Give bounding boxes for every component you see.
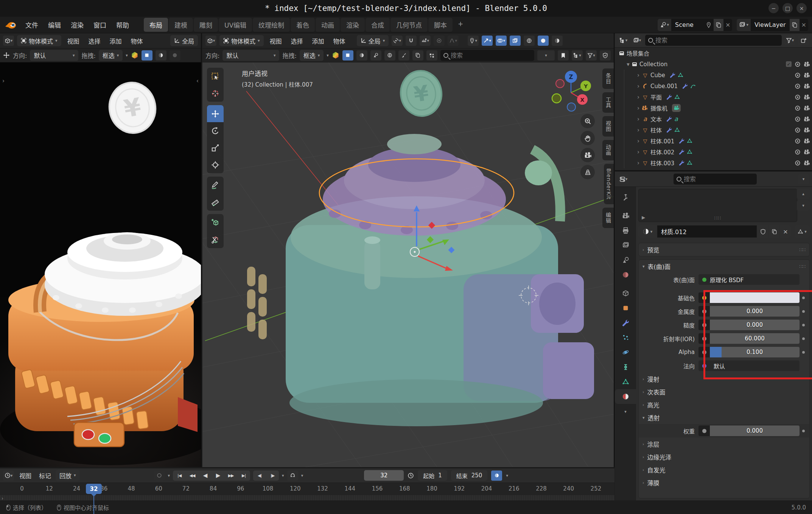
workspace-tab-modeling[interactable]: 建模 <box>169 18 193 32</box>
select-menu[interactable]: 选择 <box>86 35 104 47</box>
viewlayer-copy-button[interactable] <box>790 19 800 31</box>
mesh-data-icon[interactable] <box>687 149 692 155</box>
play-button[interactable]: ▶ <box>212 471 224 481</box>
text-data-icon[interactable]: a <box>674 115 678 123</box>
scale-tool[interactable] <box>207 139 224 156</box>
playhead[interactable]: 32 <box>86 484 102 494</box>
outliner-row-object[interactable]: ›▽ 柱体.003 <box>624 157 812 168</box>
fake-user-shield-button[interactable] <box>758 225 768 238</box>
timeline-playback-menu[interactable]: 回放▾ <box>56 470 80 481</box>
select-menu[interactable]: 选择 <box>288 35 306 47</box>
props-tab-scene[interactable] <box>615 253 636 267</box>
modifier-wrench-icon[interactable] <box>666 116 672 122</box>
props-tab-data[interactable] <box>615 374 636 389</box>
props-tab-collection[interactable] <box>615 286 636 301</box>
hide-viewport-icon[interactable] <box>795 83 801 89</box>
menu-edit[interactable]: 编辑 <box>43 19 66 31</box>
workspace-tab-scripting[interactable]: 脚本 <box>428 18 453 32</box>
proportional-edit-button[interactable] <box>434 36 445 46</box>
sidebar-tab-edit[interactable]: 编辑 <box>602 208 614 228</box>
keying-set-button[interactable] <box>491 471 502 481</box>
jump-to-start-button[interactable]: |◀ <box>173 471 186 481</box>
disable-render-icon[interactable] <box>804 116 810 122</box>
sidebar-tab-item[interactable]: 条目 <box>602 68 614 89</box>
scene-browse-button[interactable]: ▾ <box>658 19 672 31</box>
zoom-button[interactable] <box>580 114 595 128</box>
add-workspace-button[interactable]: + <box>453 18 468 32</box>
outliner-row-scene-collection[interactable]: 场景集合 <box>615 48 812 59</box>
xray-toggle-button[interactable] <box>510 36 521 46</box>
snap-target-button[interactable]: ▾ <box>420 36 431 46</box>
blenderkit-category-nodegroups-button[interactable] <box>412 50 423 61</box>
step-forward-button[interactable]: |▶ <box>266 471 279 481</box>
blenderkit-logo-icon[interactable] <box>131 51 138 59</box>
modifier-wrench-icon[interactable] <box>679 160 684 166</box>
frame-start-field[interactable]: 起始1 <box>418 470 447 481</box>
filter-funnel-button[interactable]: ▾ <box>586 50 597 61</box>
frame-end-field[interactable]: 结束250 <box>451 470 488 481</box>
region-toggle-right-icon[interactable]: ‹ <box>196 78 199 84</box>
drag-dropdown[interactable]: 框选▾ <box>99 50 123 61</box>
disable-render-icon[interactable] <box>804 127 810 133</box>
copy-material-button[interactable] <box>769 225 779 238</box>
orientation-dropdown[interactable]: 全局▾ <box>357 35 389 46</box>
region-toggle-left-icon[interactable]: › <box>2 78 5 84</box>
view-menu[interactable]: 视图 <box>267 35 285 47</box>
outliner-filter-button[interactable]: ▾ <box>784 35 795 45</box>
measure-tool[interactable] <box>207 194 224 211</box>
chevron-down-icon[interactable]: ▾ <box>327 53 329 58</box>
timeline-ruler[interactable]: 012 2436 4860 7284 96108 120132 144156 1… <box>0 483 614 500</box>
socket-icon[interactable] <box>698 292 710 303</box>
editor-type-button[interactable]: ▾ <box>205 36 216 46</box>
current-frame-field[interactable]: 32 <box>364 470 404 481</box>
props-tab-particles[interactable] <box>615 330 636 345</box>
pan-hand-button[interactable] <box>580 131 595 145</box>
outliner-row-object[interactable]: ›a 文本 a <box>624 113 812 124</box>
blenderkit-category-scenes-button[interactable] <box>370 50 381 61</box>
verified-shield-icon[interactable] <box>600 50 611 61</box>
mesh-data-dropdown[interactable]: ▾ <box>795 225 810 238</box>
viewlayer-remove-button[interactable]: × <box>800 21 808 28</box>
props-tab-constraints[interactable] <box>615 360 636 374</box>
rotate-tool[interactable] <box>207 122 224 139</box>
thin-film-subpanel[interactable]: ›薄膜 <box>639 476 809 489</box>
outliner-row-object[interactable]: ›▽ 柱体.001 <box>624 135 812 146</box>
workspace-tab-compositing[interactable]: 合成 <box>366 18 390 32</box>
scene-copy-button[interactable] <box>714 19 723 31</box>
preview-panel-label[interactable]: 预览 <box>647 245 659 254</box>
modifier-wrench-icon[interactable] <box>666 94 672 100</box>
emission-subpanel[interactable]: ›自发光 <box>639 463 809 476</box>
props-tab-viewlayer[interactable] <box>615 238 636 253</box>
sidebar-tab-tool[interactable]: 工具 <box>602 92 614 113</box>
sort-list-button[interactable]: ▾ <box>572 50 583 61</box>
play-reverse-button[interactable]: ◀ <box>199 471 212 481</box>
socket-icon[interactable] <box>698 347 710 357</box>
curve-data-icon[interactable] <box>690 83 696 89</box>
direction-dropdown[interactable]: 默认▾ <box>30 50 78 61</box>
blender-logo-icon[interactable] <box>5 20 17 30</box>
disable-render-icon[interactable] <box>804 160 810 166</box>
mesh-data-icon[interactable] <box>674 94 680 100</box>
menu-help[interactable]: 帮助 <box>111 19 134 31</box>
viewlayer-browse-button[interactable]: ▾ <box>737 19 751 31</box>
blenderkit-search-input[interactable] <box>451 52 531 59</box>
snap-magnet-button[interactable] <box>406 36 417 46</box>
modifier-wrench-icon[interactable] <box>679 138 684 144</box>
shading-solid-button[interactable] <box>538 36 549 46</box>
object-menu[interactable]: 物体 <box>128 35 146 47</box>
sidebar-tab-blenderkit[interactable]: BlenderKit <box>604 164 614 204</box>
hide-viewport-icon[interactable] <box>795 138 801 144</box>
direction-dropdown[interactable]: 默认▾ <box>222 50 279 61</box>
subsurface-subpanel[interactable]: ›次表面 <box>639 385 809 398</box>
modifier-wrench-icon[interactable] <box>682 83 688 89</box>
display-mode-button[interactable]: ▾ <box>632 35 642 45</box>
props-tab-object[interactable] <box>615 301 636 315</box>
move-tool[interactable] <box>207 105 224 122</box>
expand-icon[interactable]: › <box>2 496 3 501</box>
normal-dropdown[interactable]: 默认 <box>710 360 800 371</box>
hide-viewport-icon[interactable] <box>795 127 801 133</box>
modifier-wrench-icon[interactable] <box>670 72 675 78</box>
socket-icon[interactable] <box>698 425 710 436</box>
transform-tool[interactable] <box>207 156 224 173</box>
separate-tool[interactable] <box>207 231 224 248</box>
